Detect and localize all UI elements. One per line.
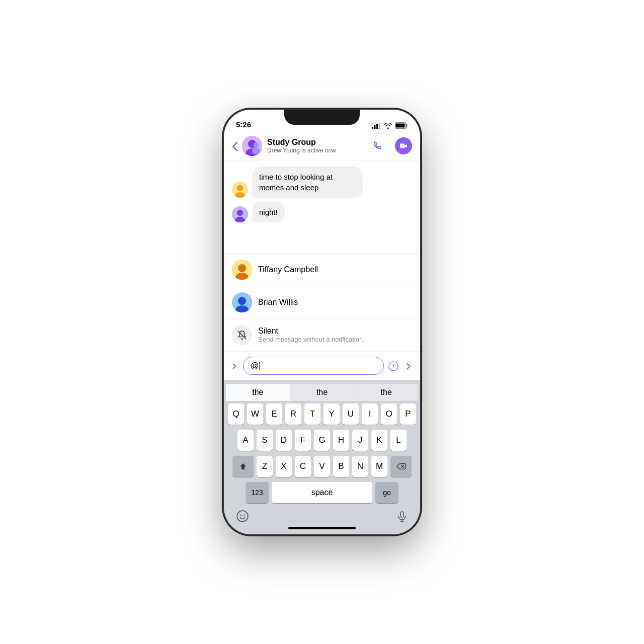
- mention-item-silent[interactable]: Silent Send message without a notificati…: [224, 319, 420, 351]
- keyboard: the the the Q W E R T Y U I O P A S: [224, 380, 420, 534]
- svg-point-16: [237, 210, 243, 216]
- home-indicator: [288, 527, 356, 529]
- svg-rect-0: [372, 127, 373, 129]
- message-row: time to stop looking at memes and sleep: [232, 167, 412, 198]
- key-o[interactable]: O: [381, 404, 397, 425]
- space-key[interactable]: space: [272, 482, 372, 503]
- mention-avatar: [232, 260, 252, 280]
- key-v[interactable]: V: [314, 456, 330, 477]
- key-w[interactable]: W: [247, 404, 263, 425]
- key-j[interactable]: J: [352, 430, 368, 451]
- status-icons: [372, 122, 408, 129]
- num-key[interactable]: 123: [246, 482, 269, 503]
- autocomplete-item-3[interactable]: the: [354, 384, 418, 401]
- silent-info: Silent Send message without a notificati…: [258, 327, 365, 343]
- group-name: Study Group: [267, 138, 370, 147]
- svg-rect-1: [374, 125, 376, 129]
- key-u[interactable]: U: [343, 404, 359, 425]
- silent-name: Silent: [258, 327, 365, 336]
- message-bubble: time to stop looking at memes and sleep: [252, 167, 363, 198]
- keyboard-utility-bar: [226, 505, 418, 525]
- message-text: time to stop looking at memes and sleep: [259, 173, 333, 192]
- svg-point-10: [254, 142, 259, 147]
- num-label: 123: [251, 489, 263, 497]
- shift-key[interactable]: [232, 456, 254, 477]
- key-s[interactable]: S: [257, 430, 273, 451]
- key-t[interactable]: T: [304, 404, 320, 425]
- key-n[interactable]: N: [352, 456, 368, 477]
- message-row: night!: [232, 202, 412, 222]
- svg-point-11: [252, 147, 260, 154]
- autocomplete-row: the the the: [226, 384, 418, 401]
- status-time: 5:26: [236, 120, 251, 129]
- back-button[interactable]: [232, 139, 238, 152]
- key-z[interactable]: Z: [257, 456, 273, 477]
- svg-point-28: [237, 511, 248, 522]
- svg-rect-5: [407, 124, 408, 127]
- key-b[interactable]: B: [333, 456, 349, 477]
- space-label: space: [311, 488, 333, 497]
- keyboard-row-3: Z X C V B N M: [226, 456, 418, 477]
- autocomplete-item-2[interactable]: the: [290, 384, 355, 401]
- key-a[interactable]: A: [237, 430, 254, 451]
- mention-item-brian[interactable]: Brian Willis: [224, 286, 420, 319]
- phone-screen: 5:26: [224, 110, 420, 534]
- key-c[interactable]: C: [295, 456, 311, 477]
- key-e[interactable]: E: [266, 404, 282, 425]
- autocomplete-item-1[interactable]: the: [226, 384, 290, 401]
- header-info: Study Group Drew Young is active now: [267, 138, 370, 154]
- key-d[interactable]: D: [276, 430, 292, 451]
- delete-key[interactable]: [390, 456, 412, 477]
- svg-point-19: [238, 264, 246, 272]
- wifi-icon: [384, 123, 392, 129]
- key-g[interactable]: G: [314, 430, 330, 451]
- mention-name: Tiffany Campbell: [258, 265, 318, 274]
- emoji-button[interactable]: [236, 509, 249, 523]
- key-h[interactable]: H: [333, 430, 349, 451]
- send-button[interactable]: [403, 359, 414, 372]
- input-bar: @|: [224, 351, 420, 380]
- key-q[interactable]: Q: [228, 404, 244, 425]
- mention-list: Tiffany Campbell Brian Willis: [224, 253, 420, 351]
- audio-button[interactable]: [388, 359, 399, 372]
- mic-button[interactable]: [396, 509, 408, 522]
- key-f[interactable]: F: [295, 430, 311, 451]
- silent-icon: [232, 325, 252, 345]
- keyboard-bottom-row: 123 space go: [226, 482, 418, 503]
- text-input-wrapper[interactable]: @|: [243, 357, 384, 375]
- key-x[interactable]: X: [276, 456, 292, 477]
- battery-icon: [395, 122, 408, 129]
- key-i[interactable]: I: [362, 404, 378, 425]
- svg-rect-6: [396, 124, 405, 128]
- chat-area: time to stop looking at memes and sleep: [224, 160, 420, 253]
- go-label: go: [383, 489, 391, 497]
- phone-call-button[interactable]: [370, 137, 387, 154]
- key-l[interactable]: L: [390, 430, 407, 451]
- phone-notch: [284, 110, 360, 125]
- mention-name: Brian Willis: [258, 298, 298, 307]
- avatar: [232, 182, 248, 198]
- svg-rect-3: [379, 123, 380, 129]
- keyboard-row-2: A S D F G H J K L: [226, 430, 418, 451]
- avatar: [232, 206, 248, 222]
- silent-description: Send message without a notification.: [258, 336, 365, 343]
- svg-point-30: [244, 515, 245, 516]
- go-key[interactable]: go: [375, 482, 398, 503]
- svg-point-22: [238, 297, 246, 305]
- key-k[interactable]: K: [371, 430, 387, 451]
- expand-button[interactable]: [230, 360, 239, 371]
- key-r[interactable]: R: [285, 404, 301, 425]
- keyboard-row-1: Q W E R T Y U I O P: [226, 404, 418, 425]
- chat-header: Study Group Drew Young is active now: [224, 132, 420, 160]
- key-y[interactable]: Y: [324, 404, 340, 425]
- mention-avatar: [232, 292, 252, 312]
- video-call-button[interactable]: [395, 137, 412, 154]
- key-m[interactable]: M: [371, 456, 387, 477]
- message-bubble: night!: [252, 202, 285, 222]
- key-p[interactable]: P: [400, 404, 416, 425]
- svg-rect-2: [376, 124, 378, 129]
- mention-item-tiffany[interactable]: Tiffany Campbell: [224, 254, 420, 286]
- signal-icon: [372, 123, 381, 129]
- header-actions: [370, 137, 412, 154]
- group-avatar: [242, 136, 262, 156]
